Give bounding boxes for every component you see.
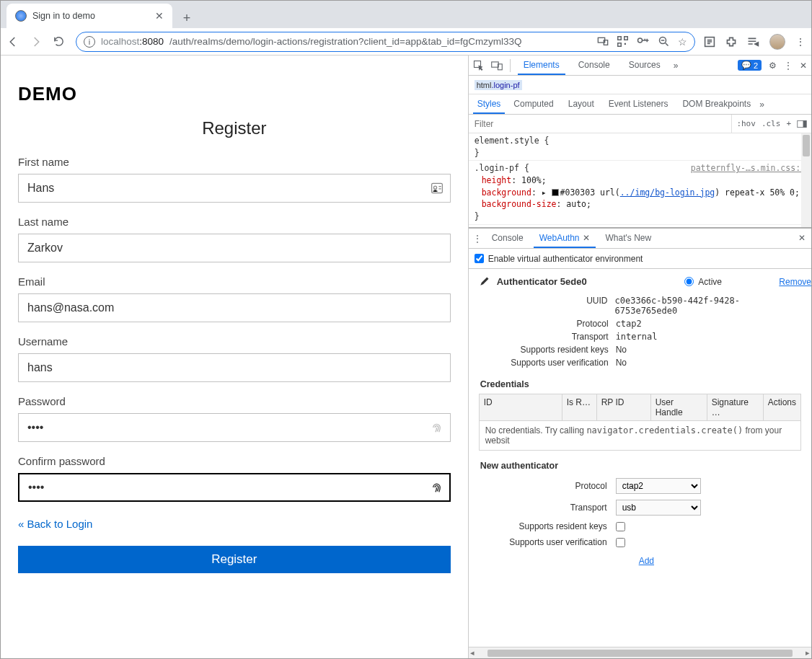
field-email: Email: [18, 275, 451, 322]
elements-breadcrumb[interactable]: html.login-pf: [469, 76, 811, 94]
new-rule-icon[interactable]: +: [786, 119, 791, 128]
back-to-login-link[interactable]: « Back to Login: [18, 518, 92, 530]
settings-icon[interactable]: ⚙: [769, 61, 777, 71]
browser-tab[interactable]: Sign in to demo ✕: [6, 4, 172, 28]
svg-point-10: [433, 186, 436, 189]
page-content: DEMO Register First name Last name Email: [1, 56, 468, 658]
tab-elements[interactable]: Elements: [518, 56, 565, 75]
first-name-input[interactable]: [18, 174, 451, 203]
subtab-layout[interactable]: Layout: [562, 94, 600, 114]
register-button[interactable]: Register: [18, 546, 451, 573]
close-webauthn-tab-icon[interactable]: ✕: [583, 233, 590, 243]
username-label: Username: [18, 335, 451, 348]
tab-strip: Sign in to demo ✕ +: [1, 1, 811, 28]
drawer-close-icon[interactable]: ✕: [798, 233, 806, 243]
drawer-menu-icon[interactable]: ⋮: [473, 234, 482, 244]
styles-filter-input[interactable]: [469, 115, 732, 133]
zoom-icon[interactable]: [658, 36, 669, 48]
add-authenticator-link[interactable]: Add: [639, 556, 801, 566]
new-auth-user-verification-checkbox[interactable]: [616, 538, 625, 547]
field-username: Username: [18, 335, 451, 382]
edit-icon[interactable]: [479, 276, 490, 287]
password-input[interactable]: [18, 413, 451, 442]
svg-point-6: [638, 38, 643, 43]
tab-console[interactable]: Console: [573, 56, 616, 75]
reload-button[interactable]: [53, 35, 67, 48]
new-authenticator-heading: New authenticator: [480, 461, 801, 471]
drawer-tab-whatsnew[interactable]: What's New: [600, 229, 658, 248]
key-icon[interactable]: [637, 36, 650, 48]
new-auth-transport-select[interactable]: usb: [616, 500, 701, 516]
col-is-resident[interactable]: Is R…: [562, 394, 597, 420]
svg-rect-4: [618, 43, 622, 46]
username-input[interactable]: [18, 353, 451, 382]
email-label: Email: [18, 275, 451, 288]
issues-badge[interactable]: 💬2: [738, 60, 762, 71]
devtools: Elements Console Sources » 💬2 ⚙ ⋮ ✕ html…: [468, 56, 811, 658]
last-name-label: Last name: [18, 216, 451, 228]
cls-toggle[interactable]: .cls: [762, 119, 781, 128]
realm-title: DEMO: [18, 83, 451, 105]
inspect-icon[interactable]: [473, 60, 484, 71]
styles-scrollbar-thumb[interactable]: [803, 135, 810, 156]
tab-close-icon[interactable]: ✕: [155, 10, 164, 22]
contact-card-icon: [431, 182, 443, 195]
playlist-icon[interactable]: [747, 37, 759, 47]
toggle-sidebar-icon[interactable]: [797, 120, 807, 128]
new-auth-resident-keys-checkbox[interactable]: [616, 522, 625, 531]
drawer-horizontal-scrollbar[interactable]: ◂▸: [469, 647, 811, 658]
new-auth-protocol-select[interactable]: ctap2: [616, 478, 701, 494]
svg-rect-5: [625, 43, 626, 44]
reader-icon[interactable]: [704, 36, 715, 48]
email-input[interactable]: [18, 293, 451, 322]
field-password: Password: [18, 395, 451, 442]
last-name-input[interactable]: [18, 234, 451, 262]
drawer-tab-webauthn[interactable]: WebAuthn ✕: [534, 229, 596, 248]
svg-rect-12: [491, 61, 498, 66]
credentials-empty-row: No credentials. Try calling navigator.cr…: [480, 421, 800, 450]
first-name-label: First name: [18, 156, 451, 168]
browser-menu-icon[interactable]: ⋮: [795, 36, 806, 48]
credentials-heading: Credentials: [480, 379, 801, 389]
enable-virtual-auth-label: Enable virtual authenticator environment: [488, 254, 643, 264]
confirm-password-input[interactable]: [18, 473, 451, 502]
forward-button: [30, 35, 44, 48]
col-signature[interactable]: Signature …: [707, 394, 764, 420]
password-label: Password: [18, 395, 451, 407]
profile-avatar[interactable]: [769, 34, 785, 50]
col-actions[interactable]: Actions: [764, 394, 800, 420]
col-user-handle[interactable]: User Handle: [651, 394, 707, 420]
col-id[interactable]: ID: [480, 394, 562, 420]
device-icon[interactable]: [597, 36, 609, 48]
more-tabs-icon[interactable]: »: [674, 61, 679, 71]
new-tab-button[interactable]: +: [177, 8, 197, 28]
active-authenticator-radio[interactable]: [684, 277, 694, 286]
styles-pane[interactable]: element.style { } .login-pf {patternfly-…: [469, 133, 811, 227]
remove-authenticator-link[interactable]: Remove: [779, 277, 811, 287]
star-icon[interactable]: ☆: [678, 36, 687, 48]
devtools-menu-icon[interactable]: ⋮: [784, 61, 793, 71]
address-bar[interactable]: i localhost:8080/auth/realms/demo/login-…: [76, 32, 695, 52]
device-toggle-icon[interactable]: [491, 61, 503, 71]
site-info-icon[interactable]: i: [84, 36, 95, 48]
url-host: localhost:8080: [101, 36, 164, 47]
extensions-icon[interactable]: [725, 36, 737, 48]
tab-sources[interactable]: Sources: [623, 56, 666, 75]
fingerprint-icon: [430, 481, 443, 495]
qr-icon[interactable]: [617, 36, 628, 48]
subtab-event-listeners[interactable]: Event Listeners: [603, 94, 674, 114]
back-button[interactable]: [6, 35, 21, 48]
subtab-styles[interactable]: Styles: [473, 94, 506, 114]
svg-rect-2: [618, 36, 622, 40]
more-subtabs-icon[interactable]: »: [759, 99, 764, 110]
hov-toggle[interactable]: :hov: [736, 119, 756, 128]
devtools-close-icon[interactable]: ✕: [800, 61, 807, 71]
subtab-dom-breakpoints[interactable]: DOM Breakpoints: [676, 94, 756, 114]
confirm-password-label: Confirm password: [18, 455, 451, 467]
subtab-computed[interactable]: Computed: [508, 94, 559, 114]
drawer-tab-console[interactable]: Console: [486, 229, 529, 248]
col-rp-id[interactable]: RP ID: [597, 394, 651, 420]
field-first-name: First name: [18, 156, 451, 203]
toolbar: i localhost:8080/auth/realms/demo/login-…: [1, 28, 811, 56]
enable-virtual-auth-checkbox[interactable]: [475, 254, 484, 263]
